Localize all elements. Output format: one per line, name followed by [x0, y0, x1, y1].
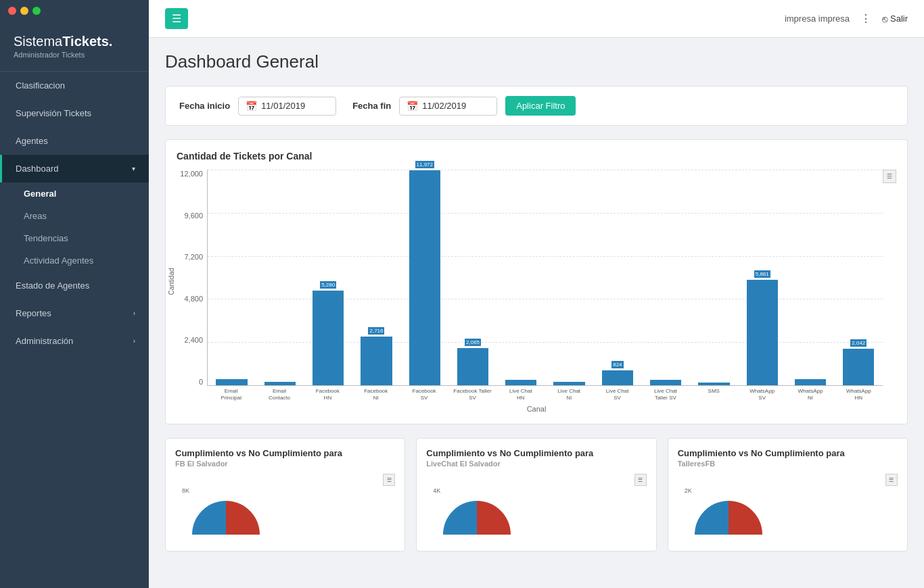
end-date-input-wrap: 📅 [399, 97, 497, 116]
apply-filter-button[interactable]: Aplicar Filtro [505, 96, 576, 116]
brand-sub: Administrador Tickets [14, 51, 135, 59]
card-y-top-2: 4K [433, 487, 440, 494]
bar-group-12 [786, 170, 834, 385]
bar-group-4: 11,972 [400, 170, 448, 385]
card-chart-1: ☰ 8K [175, 474, 395, 541]
settings-icon[interactable]: ⋮ [860, 12, 871, 25]
menu-toggle-button[interactable]: ☰ [165, 8, 188, 29]
x-label-7: Live ChatNI [545, 386, 593, 402]
x-label-9: Live ChatTaller SV [641, 386, 689, 402]
page-title: Dashboard General [165, 51, 908, 72]
bar-chart-card: Cantidad de Tickets por Canal ☰ 12,000 9… [165, 139, 908, 424]
chart-options-button[interactable]: ☰ [883, 170, 896, 183]
card-talleres-fb: Cumplimiento vs No Cumplimiento para Tal… [668, 438, 908, 552]
sidebar-subitem-areas[interactable]: Areas [0, 205, 149, 227]
end-date-input[interactable] [422, 101, 490, 111]
sidebar-subitem-actividad-agentes[interactable]: Actividad Agentes [0, 249, 149, 272]
sidebar-item-supervision[interactable]: Supervisión Tickets [0, 99, 149, 127]
card-y-top-1: 8K [182, 487, 189, 494]
bottom-cards-row: Cumplimiento vs No Cumplimiento para FB … [165, 438, 908, 552]
y-label-1: 9,600 [184, 212, 203, 220]
sidebar-item-agentes[interactable]: Agentes [0, 127, 149, 155]
x-label-13: WhatsAppHN [835, 386, 883, 402]
maximize-btn[interactable] [32, 7, 41, 15]
sidebar-item-estado-agentes[interactable]: Estado de Agentes [0, 272, 149, 299]
start-date-label: Fecha inicio [179, 101, 230, 111]
close-btn[interactable] [8, 7, 16, 15]
page-content: Dashboard General Fecha inicio 📅 Fecha f… [149, 38, 924, 579]
bar-group-1 [256, 170, 304, 385]
x-label-12: WhatsAppNI [786, 386, 834, 402]
bar-group-8: 824 [593, 170, 641, 385]
x-label-6: Live ChatHN [496, 386, 545, 402]
x-label-4: FacebookSV [400, 386, 448, 402]
x-label-11: WhatsAppSV [738, 386, 786, 402]
x-label-2: FacebookHN [304, 386, 352, 402]
bar-group-6 [497, 170, 545, 385]
x-axis-label: Canal [177, 405, 896, 413]
x-label-5: Facebook TallerSV [448, 386, 496, 402]
bar-chart-title: Cantidad de Tickets por Canal [177, 151, 896, 162]
window-controls [0, 0, 149, 22]
y-label-4: 2,400 [184, 336, 203, 344]
sidebar-item-dashboard[interactable]: Dashboard ▾ [0, 155, 149, 182]
calendar-end-icon: 📅 [407, 101, 418, 112]
card-title-1: Cumplimiento vs No Cumplimiento para FB … [175, 448, 395, 468]
start-date-input[interactable] [261, 101, 329, 111]
card-y-top-3: 2K [685, 487, 692, 494]
bar-group-13: 2,042 [835, 170, 883, 385]
y-label-0: 12,000 [180, 170, 203, 178]
x-label-1: EmailContacto [255, 386, 303, 402]
bar-group-9 [642, 170, 690, 385]
chevron-right-icon: › [133, 310, 135, 317]
bar-group-2: 5,280 [304, 170, 352, 385]
y-label-3: 4,800 [184, 295, 203, 303]
card-fb-el-salvador: Cumplimiento vs No Cumplimiento para FB … [165, 438, 405, 552]
start-date-input-wrap: 📅 [238, 97, 336, 116]
x-label-8: Live ChatSV [593, 386, 641, 402]
end-date-label: Fecha fin [352, 101, 391, 111]
sidebar-subitem-tendencias[interactable]: Tendencias [0, 227, 149, 249]
card-livechat-el-salvador: Cumplimiento vs No Cumplimiento para Liv… [416, 438, 656, 552]
logout-icon: ⎋ [882, 14, 887, 24]
bar-group-10 [690, 170, 738, 385]
chevron-right-icon-2: › [133, 337, 135, 345]
sidebar-item-clasificacion[interactable]: Clasificacion [0, 72, 149, 99]
brand-name: SistemaTickets. [14, 34, 135, 49]
card-chart-3: ☰ 2K [678, 474, 898, 541]
sidebar-logo: SistemaTickets. Administrador Tickets [0, 22, 149, 72]
x-label-0: EmailPrincipal [207, 386, 255, 402]
x-label-3: FacebookNI [352, 386, 400, 402]
x-label-10: SMS [690, 386, 738, 402]
card-title-2: Cumplimiento vs No Cumplimiento para Liv… [426, 448, 646, 468]
sidebar-item-administracion[interactable]: Administración › [0, 327, 149, 355]
logout-label: Salir [890, 14, 908, 24]
sidebar-item-reportes[interactable]: Reportes › [0, 299, 149, 327]
y-label-2: 7,200 [184, 253, 203, 261]
minimize-btn[interactable] [20, 7, 28, 15]
sidebar: SistemaTickets. Administrador Tickets Cl… [0, 0, 149, 588]
bar-group-0 [208, 170, 256, 385]
topbar-right: impresa impresa ⋮ ⎋ Salir [785, 12, 908, 25]
topbar: ☰ impresa impresa ⋮ ⎋ Salir [149, 0, 924, 38]
calendar-start-icon: 📅 [246, 101, 257, 112]
bar-group-7 [545, 170, 593, 385]
filter-bar: Fecha inicio 📅 Fecha fin 📅 Aplicar Filtr… [165, 86, 908, 126]
main-content: ☰ impresa impresa ⋮ ⎋ Salir Dashboard Ge… [149, 0, 924, 588]
chevron-down-icon: ▾ [132, 165, 135, 172]
bar-group-3: 2,716 [352, 170, 400, 385]
sidebar-subitem-general[interactable]: General [0, 182, 149, 205]
company-name: impresa impresa [785, 14, 850, 24]
card-chart-2: ☰ 4K [426, 474, 646, 541]
bar-group-5: 2,065 [448, 170, 496, 385]
y-label-5: 0 [199, 378, 203, 386]
bar-group-11: 5,881 [738, 170, 786, 385]
bar-chart-area: ☰ 12,000 9,600 7,200 4,800 2,400 0 Canti… [177, 170, 896, 413]
card-title-3: Cumplimiento vs No Cumplimiento para Tal… [678, 448, 898, 468]
y-axis-label: Cantidad [168, 268, 175, 295]
logout-button[interactable]: ⎋ Salir [882, 14, 908, 24]
